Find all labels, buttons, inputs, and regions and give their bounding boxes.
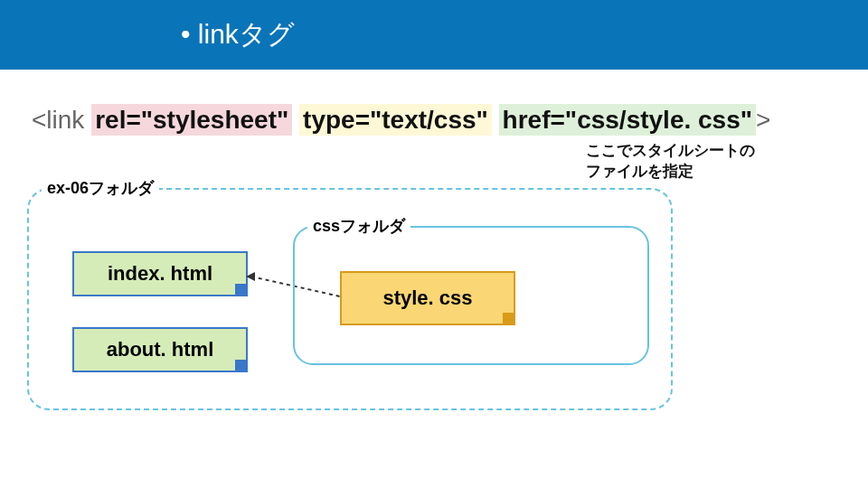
annotation-note: ここでスタイルシートの ファイルを指定 bbox=[586, 140, 755, 182]
svg-marker-1 bbox=[246, 272, 255, 281]
code-example: <link rel="stylesheet" type="text/css" h… bbox=[32, 106, 868, 135]
file-about-html: about. html bbox=[72, 327, 248, 372]
file-index-html: index. html bbox=[72, 251, 248, 296]
folder-diagram: ex-06フォルダ index. html about. html cssフォル… bbox=[27, 188, 673, 410]
inner-folder: cssフォルダ style. css bbox=[293, 226, 649, 365]
inner-folder-label: cssフォルダ bbox=[307, 215, 410, 237]
outer-folder-label: ex-06フォルダ bbox=[42, 177, 159, 199]
code-href-attr: href="css/style. css" bbox=[499, 104, 756, 136]
title-bar: • linkタグ bbox=[0, 0, 868, 70]
code-close: > bbox=[756, 106, 770, 134]
file-style-css: style. css bbox=[340, 271, 515, 325]
code-type-attr: type="text/css" bbox=[299, 104, 492, 136]
slide-title: • linkタグ bbox=[181, 19, 295, 49]
code-rel-attr: rel="stylesheet" bbox=[91, 104, 292, 136]
code-open: <link bbox=[32, 106, 91, 134]
